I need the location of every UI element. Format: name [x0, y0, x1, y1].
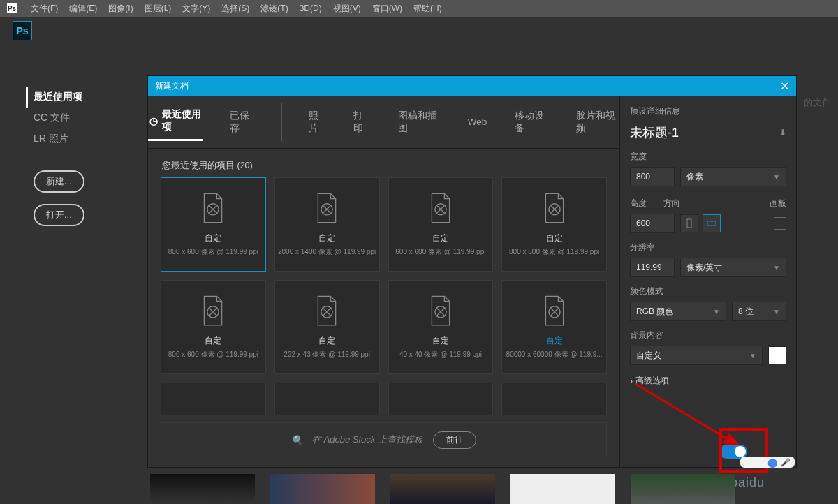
document-icon: [542, 414, 567, 416]
tab-print[interactable]: 打印: [352, 103, 372, 141]
orientation-portrait[interactable]: [680, 214, 698, 232]
menu-layer[interactable]: 图层(L): [139, 3, 177, 15]
save-preset-icon[interactable]: ⬇: [779, 128, 786, 138]
width-unit-select[interactable]: 像素▼: [680, 167, 786, 186]
document-icon: [542, 295, 567, 327]
menu-file[interactable]: 文件(F): [25, 3, 64, 15]
width-input[interactable]: 800: [630, 167, 675, 186]
document-icon: [428, 295, 453, 327]
preset-item[interactable]: 自定800 x 600 像素 @ 119.99 ppi: [161, 177, 266, 272]
artboard-checkbox[interactable]: [774, 217, 786, 230]
preset-details: 预设详细信息 未标题-1 ⬇ 宽度 800 像素▼ 高度 方向 画板 600: [620, 96, 796, 467]
preset-meta: 600 x 600 像素 @ 119.99 ppi: [395, 247, 485, 257]
preset-item[interactable]: 自定40 x 40 像素 @ 119.99 ppi: [388, 280, 494, 374]
start-lr-photos[interactable]: LR 照片: [34, 128, 147, 149]
dialog-title-text: 新建文档: [155, 80, 189, 92]
tab-art[interactable]: 图稿和插图: [397, 103, 441, 141]
preset-meta: 80000 x 60000 像素 @ 119.9...: [506, 350, 603, 360]
preset-meta: 40 x 40 像素 @ 119.99 ppi: [399, 350, 482, 360]
new-button[interactable]: 新建...: [34, 170, 84, 193]
chevron-down-icon: ▼: [749, 352, 756, 360]
menu-filter[interactable]: 滤镜(T): [255, 3, 293, 15]
preset-title: 自定: [205, 232, 221, 244]
preset-title: 自定: [318, 335, 335, 347]
preset-meta: 222 x 43 像素 @ 119.99 ppi: [284, 350, 370, 360]
resolution-input[interactable]: 119.99: [630, 258, 675, 277]
thumbnail[interactable]: [390, 474, 495, 504]
thumbnail[interactable]: [631, 474, 735, 504]
thumbnail[interactable]: [150, 474, 255, 504]
preset-title: 自定: [546, 335, 563, 347]
preset-item[interactable]: [501, 383, 607, 415]
preset-title: 自定: [318, 232, 335, 244]
menu-3d[interactable]: 3D(D): [294, 3, 328, 13]
preset-grid: 自定800 x 600 像素 @ 119.99 ppi自定2000 x 1400…: [148, 177, 619, 415]
background-label: 背景内容: [630, 329, 786, 341]
stock-placeholder[interactable]: 在 Adobe Stock 上查找模板: [312, 433, 423, 446]
document-icon: [314, 192, 339, 224]
document-icon: [428, 414, 453, 416]
preset-meta: 2000 x 1400 像素 @ 119.99 ppi: [278, 247, 376, 257]
preset-item[interactable]: 自定80000 x 60000 像素 @ 119.9...: [501, 280, 607, 374]
menu-image[interactable]: 图像(I): [103, 3, 138, 15]
start-recent[interactable]: 最近使用项: [26, 87, 147, 108]
open-button[interactable]: 打开...: [34, 204, 84, 226]
start-cc-files[interactable]: CC 文件: [34, 108, 147, 128]
menu-edit[interactable]: 编辑(E): [64, 3, 103, 15]
preset-item[interactable]: 自定800 x 600 像素 @ 119.99 ppi: [161, 280, 266, 374]
preset-item[interactable]: 自定2000 x 1400 像素 @ 119.99 ppi: [274, 177, 380, 272]
chevron-right-icon: ›: [630, 376, 633, 386]
tab-recent[interactable]: ◷最近使用项: [148, 103, 203, 141]
document-icon: [200, 414, 226, 416]
svg-rect-12: [687, 219, 691, 228]
preset-item[interactable]: 自定222 x 43 像素 @ 119.99 ppi: [274, 280, 380, 374]
advanced-options[interactable]: ›高级选项: [630, 375, 786, 387]
menubar: Ps 文件(F) 编辑(E) 图像(I) 图层(L) 文字(Y) 选择(S) 滤…: [0, 0, 838, 17]
dialog-titlebar: 新建文档 ✕: [148, 76, 796, 96]
thumbnail[interactable]: [270, 474, 375, 504]
document-icon: [314, 295, 339, 327]
resolution-label: 分辨率: [630, 242, 786, 253]
menu-view[interactable]: 视图(V): [328, 3, 367, 15]
app-logo: Ps: [13, 21, 32, 40]
menu-window[interactable]: 窗口(W): [367, 3, 408, 15]
tab-saved[interactable]: 已保存: [228, 103, 256, 141]
menu-help[interactable]: 帮助(H): [408, 3, 448, 15]
height-input[interactable]: 600: [630, 214, 675, 233]
document-icon: [200, 192, 226, 224]
document-icon: [200, 295, 226, 327]
orientation-landscape[interactable]: [703, 214, 721, 232]
tab-photo[interactable]: 照片: [307, 103, 327, 141]
assistant-bar[interactable]: ⬤🎤: [740, 457, 795, 468]
resolution-unit-select[interactable]: 像素/英寸▼: [680, 258, 786, 277]
background-color-swatch[interactable]: [768, 346, 786, 364]
color-mode-select[interactable]: RGB 颜色▼: [630, 302, 726, 321]
preset-item[interactable]: 自定600 x 600 像素 @ 119.99 ppi: [388, 177, 494, 272]
thumbnail[interactable]: [510, 474, 615, 504]
preset-title: 自定: [432, 232, 449, 244]
close-icon[interactable]: ✕: [780, 80, 789, 93]
preset-item[interactable]: [161, 383, 266, 415]
chevron-down-icon: ▼: [713, 308, 720, 316]
background-text: 的文件: [804, 96, 831, 109]
options-bar: Ps: [0, 17, 838, 45]
preset-title: 自定: [546, 232, 563, 244]
document-icon: [542, 192, 567, 224]
search-icon: 🔍: [291, 435, 302, 445]
menu-select[interactable]: 选择(S): [216, 3, 255, 15]
menu-type[interactable]: 文字(Y): [177, 3, 216, 15]
preset-item[interactable]: [388, 383, 494, 415]
adobe-stock-bar: 🔍 在 Adobe Stock 上查找模板 前往: [161, 422, 607, 457]
stock-go-button[interactable]: 前往: [433, 431, 476, 449]
details-header: 预设详细信息: [630, 105, 786, 117]
preset-item[interactable]: [274, 383, 380, 415]
recent-header: 您最近使用的项目 (20): [148, 149, 619, 177]
bit-depth-select[interactable]: 8 位▼: [732, 302, 786, 321]
preset-panel: ◷最近使用项 已保存 照片 打印 图稿和插图 Web 移动设备 胶片和视频 您最…: [148, 96, 620, 467]
background-select[interactable]: 自定义▼: [630, 346, 763, 365]
preset-item[interactable]: 自定800 x 600 像素 @ 119.99 ppi: [501, 177, 607, 272]
tab-web[interactable]: Web: [466, 103, 489, 141]
document-name[interactable]: 未标题-1: [630, 124, 679, 141]
tab-mobile[interactable]: 移动设备: [513, 103, 550, 141]
tab-film[interactable]: 胶片和视频: [575, 103, 619, 141]
